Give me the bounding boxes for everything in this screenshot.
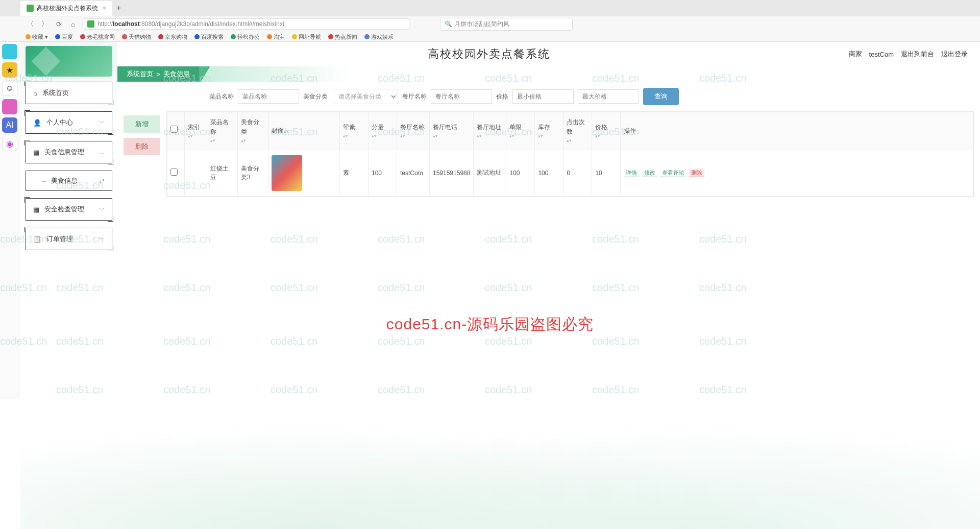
sidebar-subitem-food-info[interactable]: → 美食信息 ⇄ xyxy=(26,171,112,191)
browser-search-input[interactable]: 🔍 月饼市场刮起简约风 xyxy=(440,18,573,31)
bookmark-tmall[interactable]: 天猫购物 xyxy=(122,33,151,41)
bookmark-news[interactable]: 热点新闻 xyxy=(328,33,357,41)
browser-tab[interactable]: 高校校园外卖点餐系统 × xyxy=(20,1,112,16)
dock-item-5[interactable]: AI xyxy=(2,117,17,133)
col-address[interactable]: 餐厅地址▴▾ xyxy=(474,112,506,150)
page-title: 高校校园外卖点餐系统 xyxy=(130,46,849,62)
user-icon: 👤 xyxy=(33,119,41,127)
forward-button[interactable]: 〉 xyxy=(40,19,49,29)
dock-item-1[interactable] xyxy=(2,44,17,59)
sidebar-item-home[interactable]: ⌂ 系统首页 xyxy=(26,82,112,104)
sidebar-logo xyxy=(26,46,112,77)
query-button[interactable]: 查询 xyxy=(643,88,679,105)
sidebar-item-safety[interactable]: ▦ 安全检查管理 ﹀ xyxy=(26,198,112,221)
main-content: 高校校园外卖点餐系统 商家 testCom 退出到前台 退出登录 系统首页 > … xyxy=(117,42,980,529)
clipboard-icon: 📋 xyxy=(33,235,41,243)
bookmark-baidu[interactable]: 百度 xyxy=(55,33,73,41)
bookmark-baidusearch[interactable]: 百度搜索 xyxy=(194,33,224,41)
logout-button[interactable]: 退出登录 xyxy=(941,50,968,59)
col-cover[interactable]: 封面▴▾ xyxy=(268,112,340,150)
tab-close-icon[interactable]: × xyxy=(103,5,106,12)
cell-limit: 100 xyxy=(506,150,535,196)
new-tab-button[interactable]: + xyxy=(116,4,121,13)
sidebar: ⌂ 系统首页 👤 个人中心 ﹀ ▦ 美食信息管理 ︿ → 美食信息 ⇄ ▦ 安全… xyxy=(20,42,117,529)
col-stock[interactable]: 库存▴▾ xyxy=(535,112,564,150)
col-limit[interactable]: 单限▴▾ xyxy=(506,112,535,150)
delete-button[interactable]: 删除 xyxy=(124,138,160,155)
cover-image xyxy=(272,155,302,191)
col-category[interactable]: 美食分类▴▾ xyxy=(238,112,268,150)
row-checkbox[interactable] xyxy=(170,169,178,176)
col-restaurant[interactable]: 餐厅名称▴▾ xyxy=(397,112,430,150)
sidebar-item-personal[interactable]: 👤 个人中心 ﹀ xyxy=(26,111,112,134)
filter-name-input[interactable] xyxy=(238,89,299,104)
shield-icon xyxy=(87,20,94,28)
dock-item-4[interactable] xyxy=(2,99,17,114)
add-button[interactable]: 新增 xyxy=(124,115,160,133)
sidebar-item-orders[interactable]: 📋 订单管理 ﹀ xyxy=(26,228,112,250)
cell-restaurant: testCom xyxy=(397,150,430,196)
col-name[interactable]: 菜品名称▴▾ xyxy=(207,112,238,150)
col-clicks[interactable]: 点击次数▴▾ xyxy=(564,112,592,150)
detail-link[interactable]: 详情 xyxy=(624,169,639,177)
goto-front-button[interactable]: 退出到前台 xyxy=(901,50,934,59)
data-table: 索引▴▾ 菜品名称▴▾ 美食分类▴▾ 封面▴▾ 荤素▴▾ 分量▴▾ 餐厅名称▴▾… xyxy=(166,111,974,197)
home-icon: ⌂ xyxy=(33,89,37,97)
cell-index xyxy=(185,150,207,196)
col-index[interactable]: 索引▴▾ xyxy=(185,112,207,150)
home-button[interactable]: ⌂ xyxy=(68,19,78,29)
browser-side-dock: ★ ☺ AI ◉ xyxy=(0,42,20,399)
col-type[interactable]: 荤素▴▾ xyxy=(340,112,369,150)
select-all-checkbox[interactable] xyxy=(170,126,178,133)
search-icon: 🔍 xyxy=(445,20,452,28)
breadcrumb-wrap: 系统首页 > 美食信息 xyxy=(117,66,980,82)
filter-price-label: 价格 xyxy=(496,92,508,101)
filter-category-select[interactable]: 请选择美食分类 xyxy=(332,89,398,104)
bookmark-jd[interactable]: 京东购物 xyxy=(158,33,187,41)
filter-restaurant-input[interactable] xyxy=(431,89,492,104)
dock-item-6[interactable]: ◉ xyxy=(2,136,17,151)
cell-ops: 详情 修改 查看评论 删除 xyxy=(621,150,973,196)
bookmark-favorites[interactable]: 收藏 ▾ xyxy=(26,33,48,41)
filter-name-label: 菜品名称 xyxy=(209,92,234,101)
back-button[interactable]: 〈 xyxy=(26,19,35,29)
tab-favicon-icon xyxy=(27,5,34,12)
url-input[interactable]: http://localhost:8080/djangoj2k3o/admin/… xyxy=(83,18,409,30)
sidebar-item-label: 订单管理 xyxy=(46,234,73,244)
delete-link[interactable]: 删除 xyxy=(689,169,704,177)
filter-restaurant-label: 餐厅名称 xyxy=(402,92,427,101)
cell-address: 测试地址 xyxy=(474,150,506,196)
chevron-down-icon: ﹀ xyxy=(99,119,105,127)
dock-item-2[interactable]: ★ xyxy=(2,62,17,78)
col-portion[interactable]: 分量▴▾ xyxy=(369,112,397,150)
edit-link[interactable]: 修改 xyxy=(642,169,657,177)
col-price[interactable]: 价格▴▾ xyxy=(592,112,621,150)
cell-name: 红烧土豆 xyxy=(207,150,238,196)
sidebar-item-food-mgmt[interactable]: ▦ 美食信息管理 ︿ xyxy=(26,141,112,163)
arrow-right-icon: → xyxy=(40,177,47,185)
breadcrumb-decoration xyxy=(199,66,352,82)
bookmark-taobao[interactable]: 淘宝 xyxy=(267,33,285,41)
dock-item-3[interactable]: ☺ xyxy=(2,81,17,96)
cell-stock: 100 xyxy=(535,150,564,196)
bookmark-office[interactable]: 轻松办公 xyxy=(231,33,260,41)
cell-category: 美食分类3 xyxy=(238,150,268,196)
bookmark-games[interactable]: 游戏娱乐 xyxy=(364,33,394,41)
url-text: http://localhost:8080/djangoj2k3o/admin/… xyxy=(97,20,405,28)
comment-link[interactable]: 查看评论 xyxy=(660,169,687,177)
cell-type: 素 xyxy=(340,150,369,196)
cell-price: 10 xyxy=(592,150,621,196)
reload-button[interactable]: ⟳ xyxy=(54,19,63,29)
cell-portion: 100 xyxy=(369,150,397,196)
filter-min-price-input[interactable] xyxy=(512,89,574,104)
cell-clicks: 0 xyxy=(564,150,592,196)
bookmark-laomaotao[interactable]: 老毛桃官网 xyxy=(80,33,115,41)
bookmark-nav[interactable]: 网址导航 xyxy=(292,33,321,41)
col-phone[interactable]: 餐厅电话▴▾ xyxy=(430,112,474,150)
header-right: 商家 testCom 退出到前台 退出登录 xyxy=(849,50,968,59)
grid-icon: ▦ xyxy=(33,149,39,156)
breadcrumb-home[interactable]: 系统首页 xyxy=(127,69,153,79)
filter-max-price-input[interactable] xyxy=(578,89,639,104)
sidebar-item-label: 美食信息 xyxy=(51,176,78,185)
sidebar-item-label: 系统首页 xyxy=(42,88,69,98)
